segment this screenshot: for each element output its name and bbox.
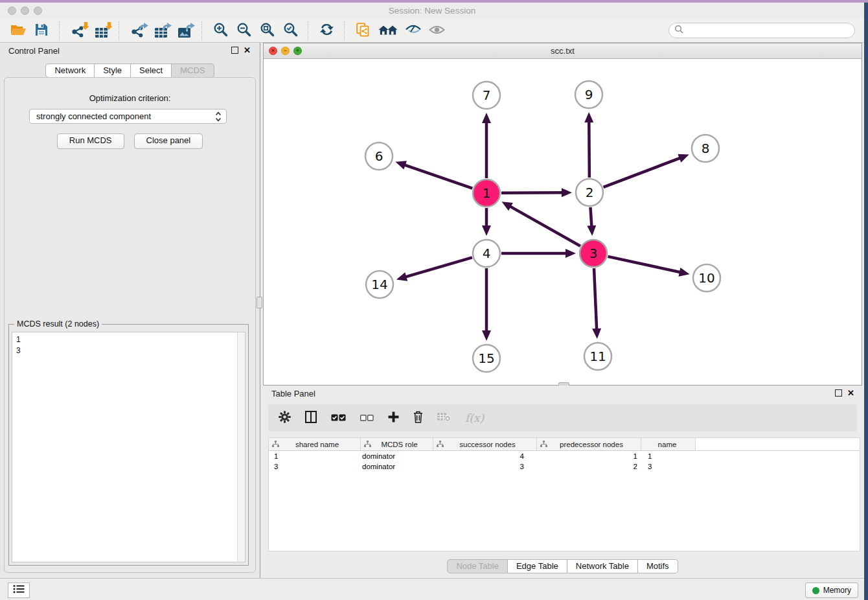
toolbar-separator: [59, 21, 60, 41]
import-table-button[interactable]: [89, 21, 113, 41]
network-window-titlebar[interactable]: × − + scc.txt: [264, 43, 862, 59]
graph-edge-3-1[interactable]: [508, 205, 580, 246]
graph-node-label: 14: [371, 277, 387, 292]
column-header-shared-name[interactable]: shared name: [269, 438, 361, 450]
table-row[interactable]: 3 dominator 3 2 3: [269, 461, 860, 472]
graph-edge-2-9[interactable]: [589, 120, 589, 178]
column-header-mcds-role[interactable]: MCDS role: [361, 438, 433, 450]
mcds-result-title: MCDS result (2 nodes): [14, 319, 102, 329]
float-panel-icon[interactable]: [231, 47, 238, 54]
export-arrow-icon: [185, 21, 195, 32]
close-panel-button[interactable]: Close panel: [134, 133, 203, 149]
refresh-view-button[interactable]: [315, 21, 338, 41]
search-field[interactable]: [668, 23, 855, 38]
graph-edge-3-11[interactable]: [594, 268, 597, 331]
graph-edge-arrowhead: [482, 113, 491, 123]
graph-edge-4-14[interactable]: [404, 257, 472, 277]
graph-node-label: 9: [585, 87, 593, 102]
show-graphics-details-button[interactable]: [425, 21, 448, 41]
close-panel-icon[interactable]: ✕: [847, 389, 854, 397]
graph-node-label: 3: [589, 246, 598, 261]
mcds-result-area[interactable]: 1 3: [12, 332, 246, 562]
delete-rows-button[interactable]: [413, 411, 423, 426]
cell-shared-name: 1: [269, 452, 361, 460]
table-settings-button[interactable]: [279, 411, 291, 426]
eye-icon: [429, 25, 445, 38]
tab-motifs[interactable]: Motifs: [638, 559, 678, 573]
clone-network-button[interactable]: [351, 21, 374, 41]
zoom-in-button[interactable]: [209, 21, 232, 41]
toggle-column-button[interactable]: [305, 411, 317, 426]
macos-titlebar[interactable]: Session: New Session: [0, 3, 864, 20]
dropdown-stepper-icon: [215, 111, 222, 124]
open-folder-icon: [10, 23, 27, 39]
save-session-button[interactable]: [30, 21, 53, 41]
splitter-grip-vertical[interactable]: [257, 297, 262, 308]
tab-style[interactable]: Style: [95, 63, 131, 78]
add-row-button[interactable]: [388, 411, 399, 425]
cell-shared-name: 3: [269, 463, 361, 470]
export-table-button[interactable]: [149, 21, 172, 41]
checked-boxes-icon: [331, 412, 346, 424]
deselect-all-button[interactable]: [360, 412, 374, 424]
graph-edge-1-6[interactable]: [403, 165, 472, 189]
table-header-row: shared name MCDS role successor nodes pr…: [269, 438, 860, 451]
graph-edge-3-10[interactable]: [608, 257, 681, 273]
export-image-button[interactable]: [172, 21, 196, 41]
import-network-button[interactable]: [66, 21, 89, 41]
refresh-icon: [320, 23, 334, 39]
delete-table-button[interactable]: [437, 412, 451, 424]
tab-edge-table[interactable]: Edge Table: [508, 559, 567, 573]
table-row[interactable]: 1 dominator 4 1 1: [269, 451, 860, 461]
open-session-button[interactable]: [6, 21, 30, 41]
zoom-fit-button[interactable]: [255, 21, 279, 41]
tab-network-table[interactable]: Network Table: [567, 559, 638, 573]
zoom-out-button[interactable]: [232, 21, 255, 41]
network-canvas[interactable]: 7968124314101511: [264, 59, 862, 385]
memory-button[interactable]: Memory: [805, 583, 858, 598]
function-builder-button[interactable]: f(x): [465, 411, 484, 424]
graph-edge-arrowhead: [678, 268, 689, 277]
graph-edge-2-3[interactable]: [590, 207, 591, 228]
tab-mcds[interactable]: MCDS: [172, 63, 214, 78]
graph-node-label: 4: [483, 246, 491, 261]
tab-network[interactable]: Network: [45, 63, 95, 78]
graph-node-label: 11: [589, 349, 606, 364]
cell-predecessor-nodes: 1: [537, 452, 641, 460]
cell-name: 3: [641, 463, 696, 470]
search-input[interactable]: [687, 25, 849, 36]
network-view-window: × − + scc.txt 7968124314101511: [263, 43, 862, 386]
tab-select[interactable]: Select: [131, 63, 172, 78]
result-scrollbar[interactable]: [237, 332, 245, 562]
select-all-button[interactable]: [331, 412, 346, 424]
tab-node-table[interactable]: Node Table: [447, 559, 508, 573]
zoom-selected-icon: [283, 22, 298, 40]
graph-edge-arrowhead: [592, 329, 601, 339]
column-header-successor-nodes[interactable]: successor nodes: [433, 438, 537, 450]
search-icon: [674, 25, 683, 36]
graph-edge-arrowhead: [482, 330, 491, 341]
zoom-selected-button[interactable]: [279, 21, 302, 41]
hide-graphics-details-button[interactable]: [402, 21, 425, 41]
graph-edge-2-8[interactable]: [604, 157, 682, 187]
status-bar: Memory: [0, 578, 864, 600]
eye-slash-icon: [405, 24, 422, 38]
graph-edge-1-2[interactable]: [501, 192, 564, 193]
column-header-name[interactable]: name: [641, 438, 696, 450]
table-panel: Table Panel ✕: [263, 386, 862, 578]
floppy-disk-icon: [35, 23, 48, 39]
export-arrow-icon: [139, 21, 148, 32]
task-history-button[interactable]: [8, 583, 30, 598]
gear-icon: [279, 411, 291, 426]
control-panel-header: Control Panel ✕: [0, 43, 260, 60]
close-panel-icon[interactable]: ✕: [244, 47, 251, 54]
run-mcds-button[interactable]: Run MCDS: [57, 133, 124, 149]
zoom-in-icon: [213, 22, 228, 40]
column-header-predecessor-nodes[interactable]: predecessor nodes: [537, 438, 641, 450]
float-panel-icon[interactable]: [835, 389, 842, 397]
cell-successor-nodes: 3: [433, 463, 537, 470]
export-network-button[interactable]: [126, 21, 149, 41]
graph-edge-arrowhead: [565, 249, 576, 258]
criterion-dropdown[interactable]: strongly connected component: [29, 109, 227, 124]
two-houses-button[interactable]: [374, 21, 402, 41]
